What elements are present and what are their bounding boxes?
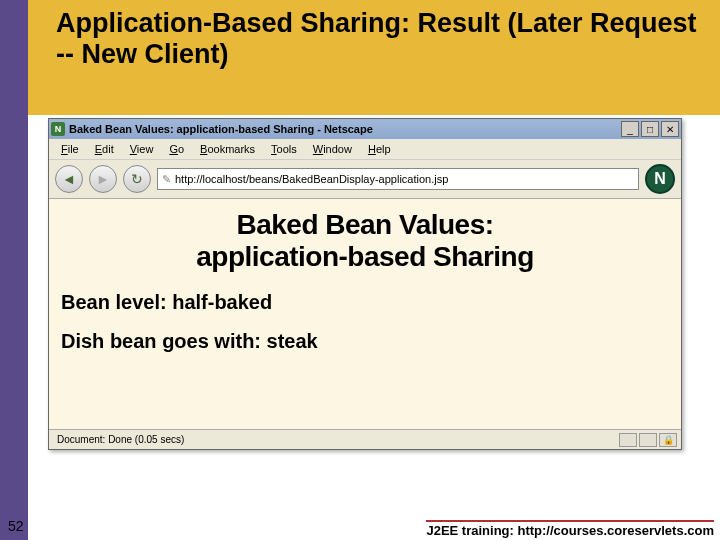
status-tray-box-2: [639, 433, 657, 447]
menu-go[interactable]: Go: [161, 141, 192, 157]
bean-level-value: half-baked: [167, 291, 273, 313]
page-content: Baked Bean Values: application-based Sha…: [49, 199, 681, 429]
maximize-button[interactable]: □: [641, 121, 659, 137]
reload-button[interactable]: ↻: [123, 165, 151, 193]
menu-bookmarks[interactable]: Bookmarks: [192, 141, 263, 157]
url-text: http://localhost/beans/BakedBeanDisplay-…: [175, 173, 448, 185]
url-input[interactable]: ✎ http://localhost/beans/BakedBeanDispla…: [157, 168, 639, 190]
menu-window[interactable]: Window: [305, 141, 360, 157]
status-bar: Document: Done (0.05 secs) 🔒: [49, 429, 681, 449]
page-heading-line2: application-based Sharing: [61, 241, 669, 273]
forward-button[interactable]: ►: [89, 165, 117, 193]
menu-help[interactable]: Help: [360, 141, 399, 157]
back-button[interactable]: ◄: [55, 165, 83, 193]
security-lock-icon[interactable]: 🔒: [659, 433, 677, 447]
dish-bean-value: steak: [261, 330, 318, 352]
bean-level-line: Bean level: half-baked: [61, 291, 669, 314]
slide-accent-bar: [0, 0, 28, 540]
slide-container: Application-Based Sharing: Result (Later…: [0, 0, 720, 540]
netscape-logo-icon: N: [645, 164, 675, 194]
dish-bean-label: Dish bean goes with:: [61, 330, 261, 352]
status-tray-box-1: [619, 433, 637, 447]
dish-bean-line: Dish bean goes with: steak: [61, 330, 669, 353]
netscape-app-icon: N: [51, 122, 65, 136]
browser-toolbar: ◄ ► ↻ ✎ http://localhost/beans/BakedBean…: [49, 160, 681, 199]
close-button[interactable]: ✕: [661, 121, 679, 137]
slide-footer: J2EE training: http://courses.coreservle…: [426, 520, 714, 538]
page-heading-line1: Baked Bean Values:: [61, 209, 669, 241]
menu-bar: File Edit View Go Bookmarks Tools Window…: [49, 139, 681, 160]
menu-file[interactable]: File: [53, 141, 87, 157]
window-titlebar[interactable]: N Baked Bean Values: application-based S…: [49, 119, 681, 139]
url-icon: ✎: [162, 173, 171, 186]
slide-title: Application-Based Sharing: Result (Later…: [56, 8, 708, 70]
menu-edit[interactable]: Edit: [87, 141, 122, 157]
status-text: Document: Done (0.05 secs): [53, 434, 617, 445]
window-title: Baked Bean Values: application-based Sha…: [69, 123, 619, 135]
menu-view[interactable]: View: [122, 141, 162, 157]
menu-tools[interactable]: Tools: [263, 141, 305, 157]
bean-level-label: Bean level:: [61, 291, 167, 313]
slide-title-band: Application-Based Sharing: Result (Later…: [28, 0, 720, 115]
page-heading: Baked Bean Values: application-based Sha…: [61, 209, 669, 273]
browser-window: N Baked Bean Values: application-based S…: [48, 118, 682, 450]
minimize-button[interactable]: _: [621, 121, 639, 137]
slide-number: 52: [8, 518, 24, 534]
